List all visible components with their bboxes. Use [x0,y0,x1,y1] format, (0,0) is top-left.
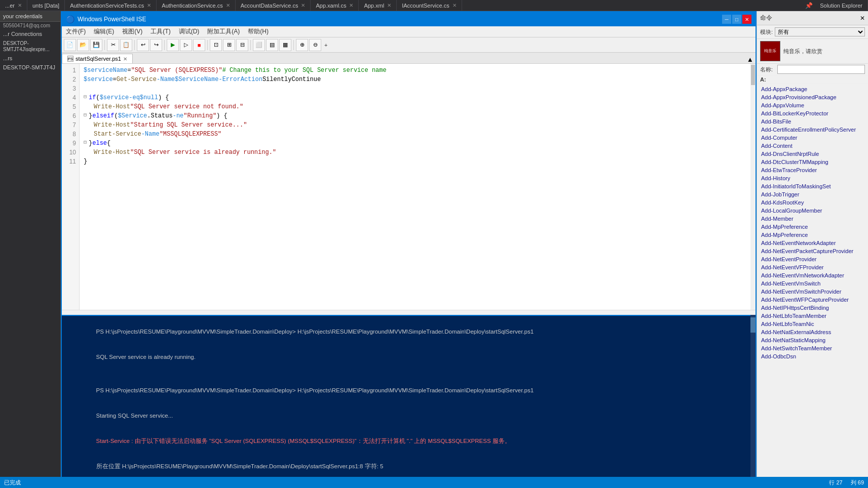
tab-er[interactable]: ...er ✕ [0,0,27,11]
layout1-button[interactable]: ⬜ [253,39,265,51]
sidebar-rs[interactable]: ...rs [0,54,60,63]
pin-icon[interactable]: 📌 [805,2,813,9]
tab-close-icon5[interactable]: ✕ [349,3,353,8]
cmd-Add-NetEventNetworkAdapter[interactable]: Add-NetEventNetworkAdapter [757,239,868,247]
cmd-Add-MpPreference2[interactable]: Add-MpPreference [757,231,868,239]
cmd-Add-NetEventVmNetworkAdapter[interactable]: Add-NetEventVmNetworkAdapter [757,271,868,279]
save-button[interactable]: 💾 [90,39,102,51]
cut-button[interactable]: ✂ [107,39,119,51]
cmd-Add-DnsClientNrptRule[interactable]: Add-DnsClientNrptRule [757,150,868,158]
editor-hscrollbar[interactable] [62,310,756,315]
cmd-Add-JobTrigger[interactable]: Add-JobTrigger [757,190,868,198]
redo-button[interactable]: ↪ [150,39,162,51]
tab-app-xml[interactable]: App.xml ✕ [359,0,397,11]
terminal-scrollbar[interactable] [750,315,756,487]
menu-edit[interactable]: 编辑(E) [90,26,118,37]
stop-button[interactable]: ■ [193,39,205,51]
cmd-Add-NetNatExternalAddress[interactable]: Add-NetNatExternalAddress [757,328,868,336]
cmd-Add-Member[interactable]: Add-Member [757,215,868,223]
tab-auth-tests[interactable]: AuthenticationServiceTests.cs ✕ [65,0,157,11]
tab-close-icon3[interactable]: ✕ [226,3,230,8]
cmd-Add-KdsRootKey[interactable]: Add-KdsRootKey [757,198,868,207]
name-filter-input[interactable] [777,65,865,74]
tab-scroll-up[interactable]: ▲ [745,56,756,63]
script-tab-close[interactable]: ✕ [123,56,127,62]
zoom-out-button[interactable]: ⊖ [309,39,321,51]
menu-debug[interactable]: 调试(D) [175,26,204,37]
cmd-Add-DtcClusterTMMapping[interactable]: Add-DtcClusterTMMapping [757,158,868,166]
tab-app-xaml-cs[interactable]: App.xaml.cs ✕ [311,0,359,11]
cmd-Add-Content[interactable]: Add-Content [757,142,868,150]
fold-4[interactable]: ⊟ [84,93,87,101]
h-scroll-track[interactable] [62,310,756,315]
cmd-Add-NetLbfoTeamNic[interactable]: Add-NetLbfoTeamNic [757,320,868,328]
tab-solution-explorer[interactable]: Solution Explorer [815,0,868,11]
debug3-button[interactable]: ⊟ [236,39,248,51]
editor-scroll-thumb[interactable] [751,65,755,85]
menu-view[interactable]: 视图(V) [118,26,146,37]
debug2-button[interactable]: ⊞ [223,39,235,51]
tab-close-icon2[interactable]: ✕ [147,3,151,8]
module-filter-select[interactable]: 所有 [775,27,865,36]
new-file-button[interactable]: 📄 [64,39,76,51]
code-editor[interactable]: $serviceName = "SQL Server (SQLEXPRESS)"… [80,64,750,310]
minimize-button[interactable]: ─ [722,15,731,24]
tab-auth-service[interactable]: AuthenticationService.cs ✕ [157,0,235,11]
maximize-button[interactable]: □ [732,15,741,24]
cmd-Add-AppxProvisionedPackage[interactable]: Add-AppxProvisionedPackage [757,93,868,101]
cmd-Add-OdbcDsn[interactable]: Add-OdbcDsn [757,352,868,360]
menu-help[interactable]: 帮助(H) [244,26,273,37]
cmd-Add-BitLockerKeyProtector[interactable]: Add-BitLockerKeyProtector [757,109,868,117]
debug1-button[interactable]: ⊡ [210,39,222,51]
cmd-Add-Computer[interactable]: Add-Computer [757,134,868,142]
cmd-Add-InitiatorIdToMaskingSet[interactable]: Add-InitiatorIdToMaskingSet [757,182,868,190]
menu-file[interactable]: 文件(F) [62,26,90,37]
open-button[interactable]: 📂 [77,39,89,51]
sidebar-connections[interactable]: ...r Connections [0,29,60,38]
tab-close-icon4[interactable]: ✕ [301,3,305,8]
tab-close-icon7[interactable]: ✕ [452,3,457,8]
cmd-Add-NetEventVFProvider[interactable]: Add-NetEventVFProvider [757,263,868,271]
cmd-Add-History[interactable]: Add-History [757,174,868,182]
tab-account-data[interactable]: AccountDataService.cs ✕ [236,0,311,11]
tab-unts[interactable]: unts [Data] [27,0,65,11]
script-tab-start[interactable]: PS startSqlServer.ps1 ✕ [62,54,133,63]
cmd-Add-BitsFile[interactable]: Add-BitsFile [757,117,868,126]
sidebar-desktop[interactable]: DESKTOP-SMTJT4J [0,63,60,72]
menu-tools[interactable]: 工具(T) [146,26,174,37]
editor-scrollbar[interactable] [750,64,756,310]
cmd-Add-NetEventProvider[interactable]: Add-NetEventProvider [757,255,868,263]
cmd-Add-AppxVolume[interactable]: Add-AppxVolume [757,101,868,109]
fold-9[interactable]: ⊟ [84,139,87,146]
cmd-Add-AppxPackage[interactable]: Add-AppxPackage [757,85,868,93]
layout3-button[interactable]: ▦ [279,39,291,51]
copy-button[interactable]: 📋 [120,39,132,51]
cmd-Add-NetNatStaticMapping[interactable]: Add-NetNatStaticMapping [757,336,868,344]
menu-addons[interactable]: 附加工具(A) [203,26,244,37]
run-selection-button[interactable]: ▷ [180,39,192,51]
cmd-Add-NetSwitchTeamMember[interactable]: Add-NetSwitchTeamMember [757,344,868,352]
cmd-Add-NetEventWFPCaptureProvider[interactable]: Add-NetEventWFPCaptureProvider [757,296,868,304]
fold-6[interactable]: ⊟ [84,111,87,119]
sidebar-desktop-sql[interactable]: DESKTOP-SMTJT4J\sqlexpre... [0,38,60,54]
cmd-Add-MpPreference1[interactable]: Add-MpPreference [757,223,868,231]
tab-close-icon6[interactable]: ✕ [387,3,391,8]
tab-iaccount[interactable]: IAccountService.cs ✕ [397,0,462,11]
cmd-Add-NetEventVmSwitch[interactable]: Add-NetEventVmSwitch [757,279,868,288]
cmd-Add-LocalGroupMember[interactable]: Add-LocalGroupMember [757,207,868,215]
terminal-scroll-thumb[interactable] [750,317,756,333]
cmd-Add-NetIPHttpsCertBinding[interactable]: Add-NetIPHttpsCertBinding [757,304,868,312]
cmd-Add-NetEventPacketCaptureProvider[interactable]: Add-NetEventPacketCaptureProvider [757,247,868,255]
cmd-Add-NetLbfoTeamMember[interactable]: Add-NetLbfoTeamMember [757,312,868,320]
cmd-Add-NetEventVmSwitchProvider[interactable]: Add-NetEventVmSwitchProvider [757,288,868,296]
cmd-Add-CertificateEnrollmentPolicyServer[interactable]: Add-CertificateEnrollmentPolicyServer [757,126,868,134]
right-panel-close-button[interactable]: ✕ [860,15,865,22]
layout2-button[interactable]: ▤ [266,39,278,51]
cmd-Add-EtwTraceProvider[interactable]: Add-EtwTraceProvider [757,166,868,174]
zoom-in-button[interactable]: ⊕ [296,39,308,51]
terminal-area[interactable]: PS H:\jsProjects\RESUME\Playground\MVVM\… [62,315,756,487]
undo-button[interactable]: ↩ [137,39,149,51]
run-button[interactable]: ▶ [167,39,179,51]
close-button[interactable]: ✕ [742,15,751,24]
tab-close-icon[interactable]: ✕ [18,3,22,8]
